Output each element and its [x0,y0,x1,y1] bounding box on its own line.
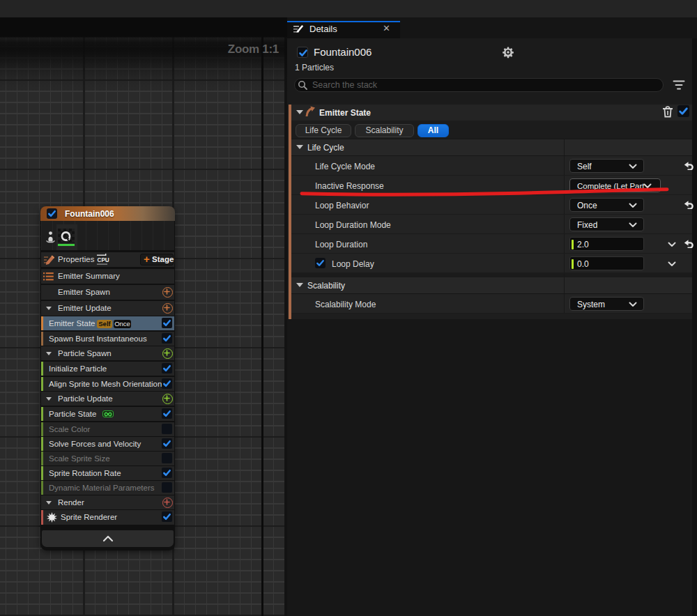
svg-text:CPU: CPU [98,257,109,263]
